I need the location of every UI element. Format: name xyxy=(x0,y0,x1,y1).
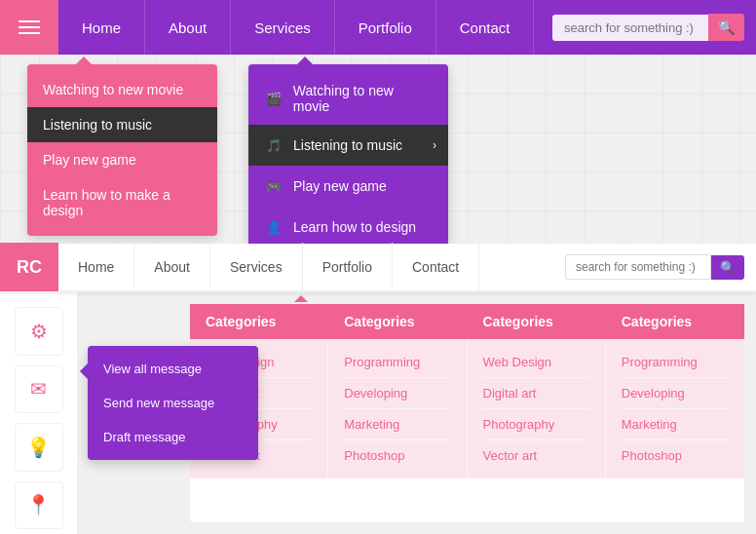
second-navbar: RC Home About Services Portfolio Contact… xyxy=(0,244,756,292)
movie-icon: 🎬 xyxy=(264,89,284,108)
game-icon: 🎮 xyxy=(264,176,284,196)
main-row: ⚙ ✉ 💡 📍 View all message Send new messag… xyxy=(0,292,756,534)
second-nav-about[interactable]: About xyxy=(134,243,210,291)
settings-icon[interactable]: ⚙ xyxy=(15,307,63,356)
cat-item-2-3[interactable]: Vector art xyxy=(483,440,589,471)
pink-dropdown-item-2[interactable]: Play new game xyxy=(27,142,217,177)
purple-dropdown-item-2[interactable]: 🎮 Play new game xyxy=(248,166,448,207)
cat-header-0: Categories xyxy=(190,304,328,339)
cat-col-3: Programming Developing Marketing Photosh… xyxy=(606,339,744,478)
cat-item-1-2[interactable]: Marketing xyxy=(344,409,450,440)
second-search-input[interactable] xyxy=(565,254,711,280)
services-arrow xyxy=(294,295,308,302)
pink-dropdown: Watching to new movie Listening to music… xyxy=(27,64,217,236)
bulb-icon[interactable]: 💡 xyxy=(15,423,63,472)
nav-contact[interactable]: Contact xyxy=(436,0,535,55)
cat-item-3-0[interactable]: Programming xyxy=(622,347,729,378)
arrow-icon: › xyxy=(433,138,436,152)
top-nav-links: Home About Services Portfolio Contact xyxy=(58,0,552,55)
top-navbar: Home About Services Portfolio Contact 🔍 xyxy=(0,0,756,55)
second-nav-portfolio[interactable]: Portfolio xyxy=(303,243,393,291)
design-icon: 👤 xyxy=(264,217,284,237)
cat-header-1: Categories xyxy=(328,304,467,339)
second-search-box: 🔍 xyxy=(565,254,744,280)
music-icon: 🎵 xyxy=(264,135,284,155)
second-nav-home[interactable]: Home xyxy=(58,243,134,291)
cat-item-1-0[interactable]: Programming xyxy=(344,347,450,378)
flyout-draft[interactable]: Draft message xyxy=(88,420,258,454)
location-icon[interactable]: 📍 xyxy=(15,481,63,530)
rc-logo: RC xyxy=(0,243,58,291)
hamburger-icon xyxy=(19,17,40,38)
top-search-button[interactable]: 🔍 xyxy=(708,14,744,41)
cat-item-1-1[interactable]: Developing xyxy=(344,378,450,409)
cat-item-3-1[interactable]: Developing xyxy=(622,378,729,409)
second-nav-services[interactable]: Services xyxy=(210,243,303,291)
cat-header-3: Categories xyxy=(606,304,744,339)
flyout-send-new[interactable]: Send new message xyxy=(88,386,258,420)
cat-item-1-3[interactable]: Photoshop xyxy=(344,440,450,471)
pink-dropdown-item-3[interactable]: Learn how to make a design xyxy=(27,177,217,228)
nav-portfolio[interactable]: Portfolio xyxy=(335,0,436,55)
purple-dropdown: 🎬 Watching to new movie 🎵 Listening to m… xyxy=(248,64,448,255)
cat-item-2-0[interactable]: Web Design xyxy=(483,347,589,378)
cat-item-2-2[interactable]: Photography xyxy=(483,409,589,440)
cat-col-1: Programming Developing Marketing Photosh… xyxy=(328,339,467,478)
categories-header: Categories Categories Categories Categor… xyxy=(190,304,744,339)
pink-dropdown-item-0[interactable]: Watching to new movie xyxy=(27,72,217,107)
pink-dropdown-item-1[interactable]: Listening to music xyxy=(27,107,217,142)
purple-dropdown-item-1[interactable]: 🎵 Listening to music › xyxy=(248,125,448,166)
second-search-button[interactable]: 🔍 xyxy=(711,255,744,280)
icon-sidebar: ⚙ ✉ 💡 📍 xyxy=(0,292,78,534)
cat-col-2: Web Design Digital art Photography Vecto… xyxy=(468,339,606,478)
categories-body: Web Design Digital art Photography Vecto… xyxy=(190,339,744,478)
purple-dropdown-item-0[interactable]: 🎬 Watching to new movie xyxy=(248,72,448,125)
top-search-box: 🔍 xyxy=(552,14,744,41)
flyout-view-all[interactable]: View all message xyxy=(88,352,258,386)
second-nav-contact[interactable]: Contact xyxy=(393,243,479,291)
top-search-input[interactable] xyxy=(552,15,708,41)
messages-flyout: View all message Send new message Draft … xyxy=(88,346,258,460)
bottom-section: RC Home About Services Portfolio Contact… xyxy=(0,244,756,534)
categories-table: Categories Categories Categories Categor… xyxy=(190,304,744,522)
cat-header-2: Categories xyxy=(468,304,606,339)
nav-home[interactable]: Home xyxy=(58,0,145,55)
nav-services[interactable]: Services xyxy=(231,0,335,55)
email-icon[interactable]: ✉ xyxy=(15,365,63,414)
second-nav-links: Home About Services Portfolio Contact xyxy=(58,243,565,291)
nav-about[interactable]: About xyxy=(145,0,231,55)
purple-dropdown-item-3[interactable]: 👤 Learn how to design xyxy=(248,207,448,248)
cat-item-3-3[interactable]: Photoshop xyxy=(622,440,729,471)
cat-item-3-2[interactable]: Marketing xyxy=(622,409,729,440)
cat-item-2-1[interactable]: Digital art xyxy=(483,378,589,409)
hamburger-button[interactable] xyxy=(0,0,58,55)
